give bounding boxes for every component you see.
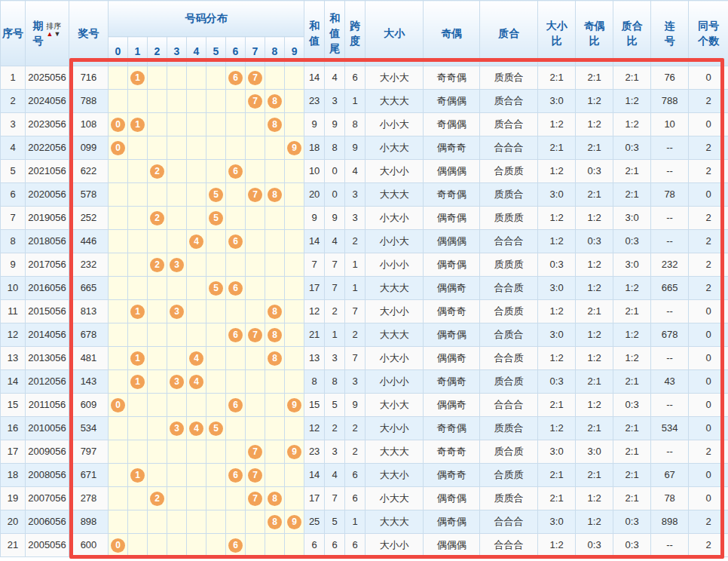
dist-cell-0: 0 <box>109 394 128 417</box>
cell-same-count: 0 <box>689 300 728 323</box>
cell-sum-tail: 9 <box>325 113 345 136</box>
dist-cell-8 <box>265 230 285 253</box>
cell-sum-tail: 4 <box>325 66 345 90</box>
number-ball: 8 <box>268 188 282 202</box>
dist-cell-8: 8 <box>265 90 285 113</box>
col-digit-3: 3 <box>167 37 187 66</box>
cell-parity: 偶偶偶 <box>424 230 480 253</box>
cell-size-ratio: 2:1 <box>538 66 576 90</box>
dist-cell-7: 7 <box>246 487 265 510</box>
table-row: 16 2010056 534 3 4 5 12 2 2 大小小 奇奇偶 质质合 … <box>1 417 728 440</box>
cell-issue: 2008056 <box>26 464 69 487</box>
dist-cell-6: 6 <box>226 534 246 557</box>
dist-cell-0: 0 <box>109 136 128 160</box>
dist-cell-9 <box>285 230 304 253</box>
col-size: 大小 <box>366 1 424 66</box>
cell-serial: 18 <box>1 464 26 487</box>
lottery-trend-table: 序号 期 号 排序 ▲▼ 奖号 号码分布 和 值 和 值 尾 跨 度 大小 <box>0 0 728 561</box>
cell-parity-ratio: 3:0 <box>576 440 613 464</box>
cell-serial: 16 <box>1 417 26 440</box>
dist-cell-3: 3 <box>167 417 187 440</box>
cell-issue: 2010056 <box>26 417 69 440</box>
sort-desc-icon[interactable]: ▼ <box>54 30 62 38</box>
cell-serial: 20 <box>1 510 26 534</box>
cell-consecutive: 232 <box>651 253 689 277</box>
cell-same-count: 0 <box>689 417 728 440</box>
col-digit-6: 6 <box>226 37 246 66</box>
dist-cell-8 <box>265 370 285 394</box>
cell-issue: 2014056 <box>26 323 69 347</box>
dist-cell-9 <box>285 183 304 207</box>
cell-parity: 奇奇奇 <box>424 440 480 464</box>
cell-parity-ratio: 1:2 <box>576 347 613 370</box>
dist-cell-4 <box>187 253 206 277</box>
dist-cell-0 <box>109 183 128 207</box>
trend-table: 序号 期 号 排序 ▲▼ 奖号 号码分布 和 值 和 值 尾 跨 度 大小 <box>0 0 728 557</box>
dist-cell-0 <box>109 370 128 394</box>
cell-serial: 2 <box>1 90 26 113</box>
dist-cell-1 <box>128 230 148 253</box>
table-row: 4 2022056 099 0 9 18 8 9 小大大 偶奇奇 合合合 2:1… <box>1 136 728 160</box>
cell-consecutive: 898 <box>651 510 689 534</box>
cell-size: 小小大 <box>366 113 424 136</box>
number-ball: 7 <box>248 188 262 202</box>
cell-consecutive: -- <box>651 160 689 183</box>
col-prime-ratio: 质合 比 <box>613 1 651 66</box>
sort-control[interactable]: 排序 ▲▼ <box>47 23 62 38</box>
dist-cell-9: 9 <box>285 440 304 464</box>
number-ball: 3 <box>170 305 184 319</box>
number-ball: 6 <box>228 328 243 342</box>
cell-same-count: 2 <box>689 230 728 253</box>
cell-prime: 质质合 <box>480 417 538 440</box>
cell-issue: 2011056 <box>26 394 69 417</box>
dist-cell-4: 4 <box>187 347 206 370</box>
cell-sum: 18 <box>304 136 325 160</box>
dist-cell-2 <box>148 183 167 207</box>
cell-prime: 合合合 <box>480 136 538 160</box>
cell-serial: 5 <box>1 160 26 183</box>
number-ball: 7 <box>248 71 262 85</box>
number-ball: 8 <box>268 515 282 529</box>
cell-consecutive: 76 <box>651 66 689 90</box>
dist-cell-6: 6 <box>226 277 246 300</box>
cell-sum-tail: 0 <box>325 183 345 207</box>
table-row: 15 2011056 609 0 6 9 15 5 9 大小大 偶偶奇 合合合 … <box>1 394 728 417</box>
dist-cell-3 <box>167 277 187 300</box>
cell-parity-ratio: 2:1 <box>576 417 613 440</box>
dist-cell-2 <box>148 323 167 347</box>
col-sum: 和 值 <box>304 1 325 66</box>
dist-cell-1 <box>128 277 148 300</box>
dist-cell-7 <box>246 347 265 370</box>
dist-cell-4 <box>187 90 206 113</box>
cell-span: 3 <box>345 370 366 394</box>
cell-prize-number: 622 <box>69 160 109 183</box>
dist-cell-6 <box>226 136 246 160</box>
dist-cell-4 <box>187 183 206 207</box>
cell-prime-ratio: 1:2 <box>613 347 651 370</box>
number-ball: 0 <box>111 398 125 412</box>
dist-cell-2 <box>148 534 167 557</box>
cell-prime: 质质合 <box>480 66 538 90</box>
cell-sum: 8 <box>304 370 325 394</box>
dist-cell-6 <box>226 300 246 323</box>
dist-cell-0 <box>109 207 128 230</box>
number-ball: 2 <box>150 211 164 225</box>
cell-span: 7 <box>345 300 366 323</box>
cell-prize-number: 278 <box>69 487 109 510</box>
dist-cell-5 <box>206 534 226 557</box>
dist-cell-6 <box>226 183 246 207</box>
table-row: 13 2013056 481 1 4 8 13 3 7 小大小 偶偶奇 合合质 … <box>1 347 728 370</box>
sort-asc-icon[interactable]: ▲ <box>47 30 54 38</box>
dist-cell-0 <box>109 510 128 534</box>
cell-issue: 2005056 <box>26 534 69 557</box>
dist-cell-0 <box>109 90 128 113</box>
dist-cell-3 <box>167 136 187 160</box>
cell-consecutive: -- <box>651 207 689 230</box>
table-row: 6 2020056 578 5 7 8 20 0 3 大大大 奇奇偶 质质合 3… <box>1 183 728 207</box>
cell-span: 2 <box>345 417 366 440</box>
dist-cell-3: 3 <box>167 370 187 394</box>
cell-prime-ratio: 2:1 <box>613 66 651 90</box>
dist-cell-6 <box>226 347 246 370</box>
cell-sum-tail: 2 <box>325 417 345 440</box>
number-ball: 7 <box>248 328 262 342</box>
